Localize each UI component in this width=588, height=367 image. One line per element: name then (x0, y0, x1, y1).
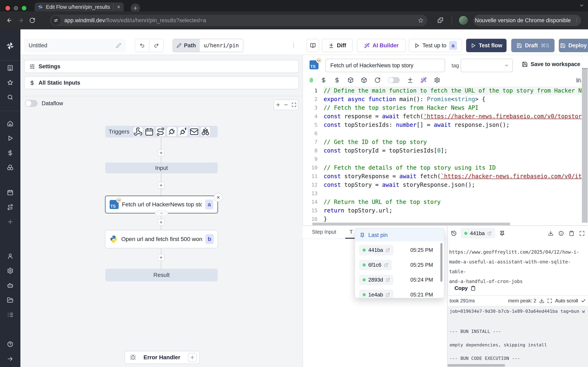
tag-select[interactable] (461, 59, 513, 72)
sidebar-item-add[interactable] (7, 215, 13, 229)
external-link-icon[interactable] (386, 248, 390, 252)
sidebar-item-resources[interactable] (7, 160, 13, 175)
sidebar-item-favorites[interactable] (7, 75, 13, 90)
extensions-icon[interactable] (437, 17, 443, 23)
pin-item-1e4ab[interactable]: 1e4ab 05:21 PM (355, 287, 444, 298)
selected-pin-chip[interactable]: 441ba (461, 228, 495, 239)
pin-chip[interactable]: 6f1c6 (359, 260, 392, 270)
code-horizontal-scrollbar[interactable] (312, 223, 510, 225)
draft-button[interactable]: Draft⌘S (511, 39, 554, 52)
dataflow-toggle[interactable] (25, 100, 38, 107)
external-link-icon[interactable] (384, 263, 388, 267)
trigger-plug-icon[interactable] (167, 127, 176, 136)
code-line-15[interactable]: 15 return topStory.url; (303, 206, 582, 215)
editor-toggle[interactable] (388, 77, 400, 83)
code-line-2[interactable]: 2export async function main(): Promise<s… (303, 95, 582, 104)
trigger-webhook-icon[interactable] (133, 127, 143, 136)
window-minimize-button[interactable] (14, 6, 18, 10)
forward-button[interactable] (15, 15, 26, 26)
code-line-16[interactable]: 16} (303, 215, 582, 223)
redo-button[interactable] (149, 39, 163, 52)
tab-close-icon[interactable] (116, 5, 121, 9)
sidebar-item-workers[interactable] (7, 278, 13, 293)
trigger-poll-icon[interactable] (201, 127, 210, 136)
ai-builder-button[interactable]: AI Builder (357, 39, 406, 52)
last-pin-option[interactable]: Last pin (355, 229, 444, 242)
code-line-13[interactable]: 13 (303, 189, 582, 198)
code-line-8[interactable]: 8 const topStoryId = topStoriesIds[0]; (303, 146, 582, 155)
reload-button[interactable] (26, 15, 38, 26)
editor-settings-icon[interactable] (434, 77, 440, 83)
library-icon[interactable] (576, 77, 582, 83)
window-zoom-button[interactable] (22, 6, 26, 10)
maximize-icon[interactable] (579, 231, 585, 236)
step-name-input[interactable] (325, 59, 445, 72)
undo-button[interactable] (135, 39, 149, 52)
check-icon[interactable] (581, 298, 586, 303)
docs-button[interactable] (307, 39, 319, 52)
download-log-icon[interactable] (539, 298, 544, 303)
resources-icon[interactable] (334, 77, 340, 83)
code-line-5[interactable]: 5 const topStoriesIds: number[] = await … (303, 121, 582, 129)
site-info-icon[interactable] (51, 16, 61, 25)
history-icon[interactable] (451, 230, 457, 236)
tab-test-results-partial[interactable]: T (350, 229, 353, 235)
variables-icon[interactable] (320, 77, 327, 83)
sidebar-item-search[interactable] (7, 90, 13, 105)
browser-menu-icon[interactable] (574, 18, 579, 23)
back-button[interactable] (4, 15, 15, 26)
sidebar-item-audit-logs[interactable] (7, 308, 13, 322)
chrome-update-button[interactable]: Nouvelle version de Chrome disponible (473, 15, 581, 26)
save-to-workspace-button[interactable]: Save to workspace (522, 61, 580, 67)
sidebar-item-home[interactable] (7, 116, 13, 131)
diff-mode-icon[interactable] (407, 77, 413, 83)
sidebar-item-collapse[interactable] (7, 351, 13, 366)
flow-name-field[interactable]: Untitled (24, 39, 126, 52)
dropdown-scrollbar[interactable] (440, 243, 442, 282)
trigger-plug-zap-icon[interactable] (178, 127, 188, 136)
sidebar-item-schedules[interactable] (7, 185, 13, 200)
code-line-7[interactable]: 7 // Get the ID of the top story (303, 138, 582, 146)
copy-button[interactable]: Copy (454, 285, 476, 291)
step-node-b[interactable]: Open url and fetch first 500 words of ..… (105, 230, 218, 248)
code-line-10[interactable]: 10 // Fetch the details of the top story… (303, 164, 582, 172)
add-step-button[interactable] (158, 182, 164, 189)
address-bar[interactable]: app.windmill.dev/flows/edit/u/henri/pin_… (50, 15, 427, 26)
error-handler-node[interactable]: Error Handler (125, 351, 200, 364)
reset-icon[interactable] (374, 77, 380, 83)
code-line-9[interactable]: 9 (303, 155, 582, 164)
more-options-button[interactable] (290, 39, 298, 52)
ai-assistant-icon[interactable] (421, 77, 427, 83)
pin-chip[interactable]: 441ba (359, 245, 393, 256)
trigger-schedule-icon[interactable] (145, 127, 154, 136)
zoom-out-button[interactable] (284, 102, 288, 107)
sidebar-item-help[interactable] (7, 337, 13, 351)
triggers-node[interactable]: Triggers (105, 126, 218, 137)
code-line-14[interactable]: 14 // Return the URL of the top story (303, 198, 582, 206)
test-flow-button[interactable]: Test flow (466, 39, 507, 52)
window-close-button[interactable] (6, 6, 10, 10)
info-icon[interactable] (558, 231, 564, 236)
code-line-4[interactable]: 4 const response = await fetch('https://… (303, 112, 582, 121)
input-node[interactable]: Input (105, 162, 218, 173)
code-line-11[interactable]: 11 const storyResponse = await fetch(`ht… (303, 172, 582, 181)
code-editor[interactable]: 1// Define the main function to fetch th… (303, 86, 582, 223)
pin-chip[interactable]: 1e4ab (359, 290, 393, 299)
remove-step-button[interactable] (214, 193, 223, 202)
bookmark-star-icon[interactable] (418, 17, 424, 23)
external-link-icon[interactable] (386, 292, 390, 297)
package-icon[interactable] (347, 77, 354, 83)
result-node[interactable]: Result (105, 269, 218, 281)
code-line-12[interactable]: 12 const topStory = await storyResponse.… (303, 181, 582, 189)
add-step-button[interactable] (158, 150, 164, 156)
log-output[interactable]: job=019634e7-9d30-b7cb-1e89-03a64ed441ba… (448, 306, 588, 367)
step-node-a[interactable]: TS Fetch url of HackerNews top story a (105, 196, 218, 213)
expand-step-button[interactable] (155, 210, 168, 216)
external-link-icon[interactable] (487, 231, 492, 235)
browser-tab[interactable]: Edit Flow u/henri/pin_results (35, 2, 124, 11)
sidebar-item-flows[interactable] (7, 200, 13, 215)
package-icon[interactable] (361, 77, 367, 83)
external-link-icon[interactable] (386, 278, 390, 282)
pin-chip[interactable]: 2893d (359, 275, 393, 285)
code-line-6[interactable]: 6 (303, 129, 582, 138)
